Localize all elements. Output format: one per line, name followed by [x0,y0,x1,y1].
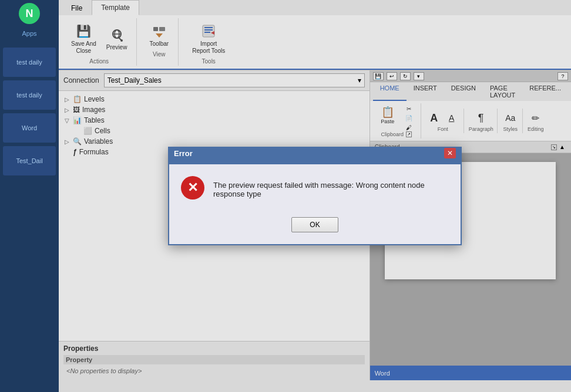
left-sidebar: N Apps test daily test daily Word Test_D… [0,0,59,18]
sidebar-logo: N [19,3,40,18]
main-area: File Template 💾 Save AndClose [59,0,571,18]
error-dialog-overlay: Error ✕ ✕ The preview request failed wit… [59,0,571,18]
